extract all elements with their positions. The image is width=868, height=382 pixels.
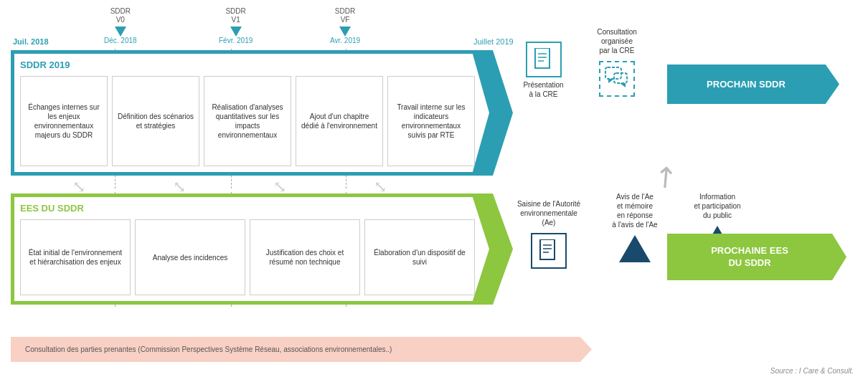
ees-title: EES DU SDDR bbox=[20, 203, 475, 214]
sddr-boxes-row: Échanges internes sur les enjeux environ… bbox=[20, 76, 475, 166]
consultation-title: Consultationorganiséepar la CRE bbox=[581, 27, 653, 55]
saisine-label: Saisine de l'Autoritéenvironnementale(Ae… bbox=[513, 199, 585, 227]
svg-marker-7 bbox=[620, 83, 626, 87]
right-panel: Présentationà la CRE Consultationorganis… bbox=[513, 6, 864, 328]
sddr-box-1: Échanges internes sur les enjeux environ… bbox=[20, 76, 108, 166]
presentation-cre-box: Présentationà la CRE bbox=[513, 42, 574, 99]
prochain-sddr-text: PROCHAIN SDDR bbox=[707, 79, 800, 90]
ees-box-3: Justification des choix et résumé non te… bbox=[250, 219, 360, 295]
presentation-label: Présentationà la CRE bbox=[513, 80, 574, 99]
date-juil-2018: Juil. 2018 bbox=[13, 37, 49, 46]
doc-icon-green bbox=[531, 233, 567, 269]
diagonal-arrow-icon: ↗ bbox=[645, 156, 685, 196]
triangle-v1 bbox=[230, 27, 242, 37]
sddr-box-2: Définition des scénarios et stratégies bbox=[112, 76, 199, 166]
prochaine-ees-text: PROCHAINE EESDU SDDR bbox=[711, 245, 803, 269]
ees-arrow-inner: EES DU SDDR État initial de l'environnem… bbox=[14, 197, 489, 301]
prochaine-ees-arrow: PROCHAINE EESDU SDDR bbox=[667, 234, 846, 280]
sddr-box-4: Ajout d'un chapitre dédié à l'environnem… bbox=[296, 76, 383, 166]
svg-marker-5 bbox=[608, 79, 614, 83]
sddr-box-3: Réalisation d'analyses quantitatives sur… bbox=[204, 76, 291, 166]
sddr-v1-label: SDDRV1 bbox=[225, 7, 245, 24]
ees-box-1: État initial de l'environnement et hiéra… bbox=[20, 219, 131, 295]
svg-rect-8 bbox=[540, 239, 555, 259]
ees-box-4: Élaboration d'un dispositif de suivi bbox=[364, 219, 475, 295]
sddr-box-5: Travail interne sur les indicateurs envi… bbox=[387, 76, 475, 166]
avis-box: Avis de l'Aeet mémoireen réponseà l'avis… bbox=[599, 192, 671, 262]
consultation-box: Consultationorganiséepar la CRE bbox=[581, 27, 653, 97]
sddr-v1-marker: SDDRV1 Févr. 2019 bbox=[219, 7, 253, 44]
date-juil-2019: Juillet 2019 bbox=[473, 37, 514, 46]
sddr-v0-label: SDDRV0 bbox=[110, 7, 131, 24]
ees-boxes-row: État initial de l'environnement et hiéra… bbox=[20, 219, 475, 295]
saisine-box: Saisine de l'Autoritéenvironnementale(Ae… bbox=[513, 199, 585, 269]
main-container: Juil. 2018 SDDRV0 Déc. 2018 SDDRV1 Févr.… bbox=[0, 0, 868, 382]
ees-box-2: Analyse des incidences bbox=[135, 219, 245, 295]
svg-rect-0 bbox=[535, 48, 549, 68]
triangle-vf bbox=[339, 27, 351, 37]
sddr-v0-marker: SDDRV0 Déc. 2018 bbox=[104, 7, 137, 44]
avis-label: Avis de l'Aeet mémoireen réponseà l'avis… bbox=[599, 192, 671, 229]
sddr-title: SDDR 2019 bbox=[20, 59, 475, 70]
sddr-vf-label: SDDRVF bbox=[335, 7, 355, 24]
chat-icon bbox=[599, 61, 635, 97]
source-text: Source : I Care & Consult. bbox=[770, 367, 854, 375]
info-label: Informationet participationdu public bbox=[681, 192, 753, 220]
bottom-consultation-bar: Consultation des parties prenantes (Comm… bbox=[11, 337, 592, 362]
prochain-sddr-arrow: PROCHAIN SDDR bbox=[667, 65, 839, 104]
triangle-v0 bbox=[115, 27, 126, 37]
bottom-bar-text: Consultation des parties prenantes (Comm… bbox=[25, 345, 392, 353]
ees-arrow-container: EES DU SDDR État initial de l'environnem… bbox=[11, 194, 513, 305]
sddr-arrow-inner: SDDR 2019 Échanges internes sur les enje… bbox=[14, 54, 489, 172]
sddr-arrow-container: SDDR 2019 Échanges internes sur les enje… bbox=[11, 50, 513, 176]
doc-icon-cre bbox=[526, 42, 562, 77]
sddr-vf-marker: SDDRVF Avr. 2019 bbox=[330, 7, 360, 44]
triangle-avis bbox=[619, 235, 651, 262]
